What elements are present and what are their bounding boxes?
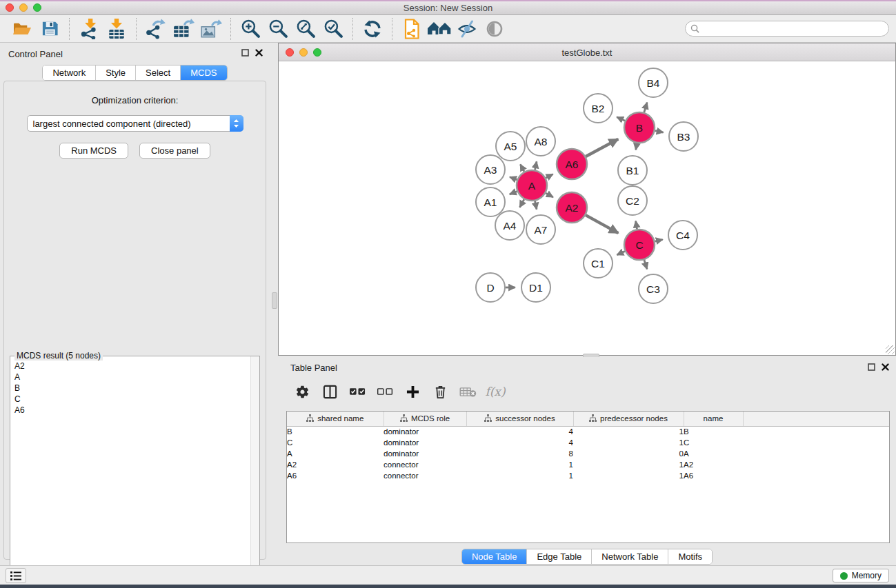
table-cell[interactable]: 0 [573, 448, 684, 459]
table-cell[interactable]: B [287, 426, 384, 437]
table-cell[interactable]: A6 [684, 470, 743, 481]
graph-edge-C-C2[interactable] [636, 221, 637, 230]
table-cell[interactable]: dominator [384, 437, 466, 448]
tab-motifs[interactable]: Motifs [668, 549, 712, 564]
table-cell[interactable]: dominator [384, 448, 466, 459]
graph-edge-A-A4[interactable] [519, 199, 524, 207]
table-cell[interactable]: 1 [573, 470, 684, 481]
graph-edge-A6-B[interactable] [586, 139, 618, 156]
table-cell[interactable] [743, 437, 889, 448]
function-builder-icon[interactable]: f(x) [486, 383, 504, 401]
table-cell[interactable]: A [287, 448, 384, 459]
criterion-dropdown[interactable]: largest connected component (directed) [27, 115, 243, 132]
table-cell[interactable]: 1 [573, 459, 684, 470]
create-column-icon[interactable] [404, 383, 421, 401]
table-cell[interactable]: C [287, 437, 384, 448]
graph-edge-A-A3[interactable] [510, 177, 517, 180]
export-image-icon[interactable] [197, 17, 225, 41]
graph-edge-C-C4[interactable] [655, 240, 662, 242]
save-session-icon[interactable] [36, 17, 63, 41]
graph-edge-B-B2[interactable] [617, 117, 625, 121]
column-header-MCDS-role[interactable]: MCDS role [384, 412, 466, 426]
column-header-name[interactable]: name [684, 412, 743, 426]
table-cell[interactable] [743, 448, 889, 459]
column-header-successor-nodes[interactable]: successor nodes [466, 412, 573, 426]
graph-edge-A-A6[interactable] [546, 174, 552, 179]
table-cell[interactable]: dominator [384, 426, 466, 437]
graph-edge-C-C1[interactable] [617, 251, 625, 254]
network-canvas[interactable]: B4B2BB3A8A5A6A3B1AC2A1A2A4A7C4CC1DD1C3 [279, 61, 895, 355]
table-row[interactable]: Bdominator41B [287, 426, 889, 437]
zoom-in-icon[interactable] [237, 17, 264, 41]
tab-network-table[interactable]: Network Table [592, 549, 668, 564]
graph-edge-A-A7[interactable] [535, 201, 537, 210]
table-cell[interactable]: A [684, 448, 743, 459]
window-resize-grip[interactable] [886, 345, 895, 354]
float-table-panel-icon[interactable] [868, 363, 875, 371]
open-session-icon[interactable] [8, 17, 36, 41]
table-cell[interactable]: connector [384, 459, 466, 470]
table-cell[interactable]: 1 [573, 426, 684, 437]
delete-table-icon[interactable] [459, 383, 477, 401]
table-cell[interactable]: 1 [466, 459, 573, 470]
show-columns-icon[interactable] [321, 383, 339, 401]
search-input[interactable] [703, 24, 888, 34]
column-header-predecessor-nodes[interactable]: predecessor nodes [573, 412, 684, 426]
show-panel-icon[interactable] [481, 17, 508, 41]
vertical-splitter-handle[interactable] [272, 292, 277, 309]
import-network-icon[interactable] [75, 17, 103, 41]
mcds-result-item[interactable]: A [11, 372, 250, 383]
tab-network[interactable]: Network [43, 65, 96, 80]
table-cell[interactable]: C [684, 437, 743, 448]
refresh-icon[interactable] [359, 17, 386, 41]
column-header-shared-name[interactable]: shared name [287, 412, 384, 426]
close-panel-button[interactable]: Close panel [139, 143, 210, 159]
graph-edge-A2-C[interactable] [586, 215, 618, 233]
search-field[interactable] [685, 21, 889, 37]
table-cell[interactable] [743, 426, 889, 437]
zoom-fit-icon[interactable] [292, 17, 319, 41]
float-panel-icon[interactable] [241, 49, 249, 57]
memory-button[interactable]: Memory [833, 569, 889, 582]
table-row[interactable]: A6connector11A6 [287, 470, 889, 481]
table-cell[interactable]: 1 [466, 470, 573, 481]
zoom-selected-icon[interactable] [319, 17, 347, 41]
mcds-result-item[interactable]: A6 [11, 405, 250, 416]
tab-style[interactable]: Style [96, 65, 136, 80]
deselect-all-columns-icon[interactable] [376, 383, 394, 401]
mcds-result-item[interactable]: C [11, 394, 250, 405]
run-mcds-button[interactable]: Run MCDS [59, 143, 128, 159]
close-table-panel-icon[interactable] [882, 363, 889, 371]
graph-edge-A-A5[interactable] [520, 164, 524, 171]
delete-column-icon[interactable] [431, 383, 449, 401]
table-cell[interactable]: A6 [287, 470, 384, 481]
table-cell[interactable]: 4 [466, 437, 573, 448]
mcds-result-item[interactable]: A2 [11, 361, 250, 372]
graph-edge-C-C3[interactable] [644, 260, 647, 269]
task-history-button[interactable] [6, 568, 26, 583]
home-icon[interactable] [426, 17, 453, 41]
table-cell[interactable]: 8 [466, 448, 573, 459]
table-cell[interactable]: B [684, 426, 743, 437]
table-settings-gear-icon[interactable] [293, 383, 311, 401]
tab-mcds[interactable]: MCDS [181, 65, 226, 80]
table-cell[interactable]: 1 [573, 437, 684, 448]
select-all-columns-icon[interactable] [348, 383, 366, 401]
table-cell[interactable] [743, 459, 889, 470]
graph-edge-B-B4[interactable] [644, 103, 647, 112]
table-row[interactable]: Adominator80A [287, 448, 889, 459]
table-row[interactable]: Cdominator41C [287, 437, 889, 448]
zoom-out-icon[interactable] [264, 17, 292, 41]
import-table-icon[interactable] [103, 17, 130, 41]
graph-edge-B-B1[interactable] [636, 143, 637, 150]
table-cell[interactable]: A2 [287, 459, 384, 470]
result-scrollbar[interactable] [250, 356, 259, 588]
mcds-result-item[interactable]: B [11, 383, 250, 394]
table-row[interactable]: A2connector11A2 [287, 459, 889, 470]
tab-edge-table[interactable]: Edge Table [527, 549, 592, 564]
export-table-icon[interactable] [170, 17, 197, 41]
close-panel-icon[interactable] [255, 49, 263, 57]
network-from-document-icon[interactable] [398, 17, 426, 41]
graph-edge-B-B3[interactable] [655, 131, 664, 132]
table-cell[interactable]: connector [384, 470, 466, 481]
